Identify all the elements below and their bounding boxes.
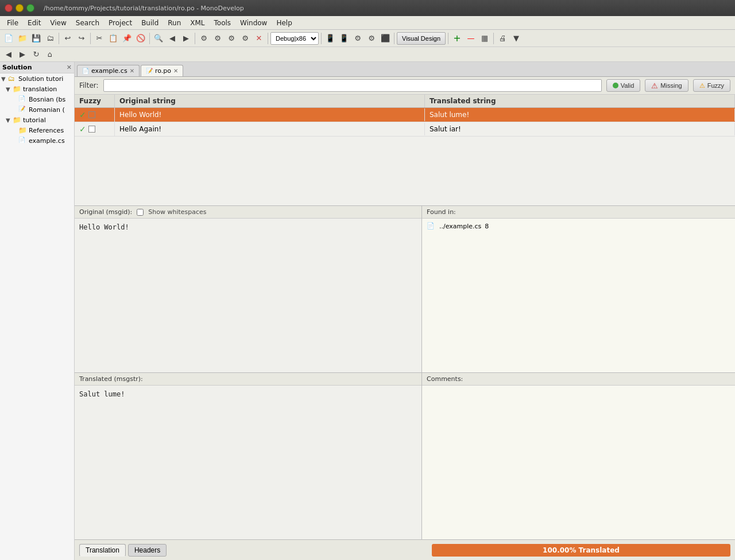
device-icon3[interactable]: ⚙ <box>351 32 364 45</box>
more-icon[interactable]: ▼ <box>510 32 523 45</box>
translation-tab-button[interactable]: Translation <box>79 544 126 557</box>
sep3 <box>149 33 150 44</box>
toolbar-main: 📄 📁 💾 🗂 ↩ ↪ ✂ 📋 📌 🚫 🔍 ◀ ▶ ⚙ ⚙ ⚙ ⚙ ✕ Debu… <box>0 30 735 47</box>
sidebar-close-button[interactable]: ✕ <box>67 64 72 71</box>
fuzzy-label: Fuzzy <box>707 82 724 89</box>
menu-edit[interactable]: Edit <box>23 18 45 28</box>
open-button[interactable]: 📁 <box>16 32 29 45</box>
menu-project[interactable]: Project <box>104 18 137 28</box>
sep8 <box>448 33 448 44</box>
device-icon4[interactable]: ⚙ <box>365 32 378 45</box>
forward-button[interactable]: ▶ <box>16 48 29 61</box>
stop-run[interactable]: ⬛ <box>379 32 392 45</box>
tree-item-translation[interactable]: ▼ 📁 translation <box>0 84 74 94</box>
table-row[interactable]: ✓ Hello Again! Salut iar! <box>75 122 735 137</box>
translated-textarea[interactable]: Salut lume! <box>75 386 421 539</box>
menu-help[interactable]: Help <box>272 18 296 28</box>
middle-row: Original (msgid): Show whitespaces Hello… <box>75 205 735 372</box>
menu-search[interactable]: Search <box>71 18 104 28</box>
original-panel: Original (msgid): Show whitespaces Hello… <box>75 206 422 372</box>
new-button[interactable]: 📄 <box>2 32 15 45</box>
close-button[interactable] <box>5 4 13 12</box>
toolbar-icon4[interactable]: ⚙ <box>239 32 252 45</box>
toolbar-icon3[interactable]: ⚙ <box>225 32 238 45</box>
tree-item-references[interactable]: 📁 References <box>0 125 74 135</box>
tree-item-romanian[interactable]: 📝 Romanian ( <box>0 104 74 115</box>
tab-ro-po-close[interactable]: ✕ <box>173 68 178 74</box>
device-icon2[interactable]: 📱 <box>338 32 350 45</box>
layout-icon[interactable]: ▦ <box>478 32 491 45</box>
toolbar-icon2[interactable]: ⚙ <box>211 32 224 45</box>
valid-dot-icon <box>613 83 618 88</box>
titlebar: /home/tommy/Projects/tutorial/translatio… <box>0 0 735 16</box>
menu-run[interactable]: Run <box>163 18 185 28</box>
tab-ro-po-label: ro.po <box>155 67 171 75</box>
toolbar-icon1[interactable]: ⚙ <box>198 32 210 45</box>
visual-design-button[interactable]: Visual Design <box>397 32 446 45</box>
sidebar-header: Solution ✕ <box>0 62 74 73</box>
tutorial-label: tutorial <box>23 116 46 124</box>
tree-item-solution[interactable]: ▼ 🗂 Solution tutori <box>0 73 74 84</box>
menu-tools[interactable]: Tools <box>210 18 236 28</box>
menu-xml[interactable]: XML <box>185 18 209 28</box>
tab-example-cs[interactable]: 📄 example.cs ✕ <box>77 65 140 76</box>
missing-filter-button[interactable]: ⚠ Missing <box>645 79 688 92</box>
publish-icon[interactable]: 🖨 <box>496 32 509 45</box>
show-whitespaces-checkbox[interactable] <box>137 209 144 216</box>
sep5 <box>268 33 268 44</box>
headers-tab-button[interactable]: Headers <box>128 544 167 557</box>
reload-button[interactable]: ↻ <box>30 48 42 61</box>
solution-icon: 🗂 <box>8 75 17 83</box>
home-button[interactable]: ⌂ <box>44 48 56 61</box>
fuzzy-checkbox-1[interactable] <box>88 111 95 118</box>
save-button[interactable]: 💾 <box>30 32 42 45</box>
tree-item-tutorial[interactable]: ▼ 📁 tutorial <box>0 115 74 125</box>
tab-ro-po[interactable]: 📝 ro.po ✕ <box>141 65 183 76</box>
tree-item-bosnian[interactable]: 📄 Bosnian (bs <box>0 94 74 104</box>
minimize-button[interactable] <box>16 4 24 12</box>
table-row[interactable]: ✓ Hello World! Salut lume! <box>75 108 735 122</box>
find-next[interactable]: ▶ <box>180 32 192 45</box>
found-label: Found in: <box>422 206 735 219</box>
menu-window[interactable]: Window <box>235 18 272 28</box>
paste-button[interactable]: 📌 <box>121 32 133 45</box>
maximize-button[interactable] <box>26 4 34 12</box>
delete-button[interactable]: 🚫 <box>134 32 147 45</box>
config-select[interactable]: Debug|x86 <box>270 32 319 45</box>
save-all-button[interactable]: 🗂 <box>44 32 56 45</box>
stop-button[interactable]: ✕ <box>253 32 265 45</box>
device-icon1[interactable]: 📱 <box>324 32 336 45</box>
toggle-solution: ▼ <box>1 76 8 82</box>
sep2 <box>90 33 91 44</box>
fuzzy-filter-button[interactable]: ⚠ Fuzzy <box>693 79 730 92</box>
cut-button[interactable]: ✂ <box>93 32 106 45</box>
search-icon[interactable]: 🔍 <box>152 32 165 45</box>
menu-file[interactable]: File <box>2 18 23 28</box>
references-label: References <box>29 127 64 134</box>
found-file-icon: 📄 <box>427 222 436 230</box>
back-button[interactable]: ◀ <box>2 48 15 61</box>
menu-build[interactable]: Build <box>137 18 163 28</box>
filter-bar: Filter: Valid ⚠ Missing ⚠ Fuzzy <box>75 77 735 95</box>
fuzzy-checkbox-2[interactable] <box>88 126 95 133</box>
menu-view[interactable]: View <box>45 18 71 28</box>
redo-button[interactable]: ↪ <box>75 32 88 45</box>
found-panel: Found in: 📄 ../example.cs 8 <box>422 206 735 372</box>
tab-example-cs-close[interactable]: ✕ <box>130 68 134 74</box>
remove-icon[interactable]: — <box>465 32 477 45</box>
comments-panel: Comments: <box>422 373 735 539</box>
tree-item-example-cs[interactable]: 📄 example.cs <box>0 135 74 146</box>
filter-input[interactable] <box>103 79 602 92</box>
original-textarea[interactable]: Hello World! <box>75 219 421 372</box>
th-translated: Translated string <box>425 95 735 107</box>
find-prev[interactable]: ◀ <box>166 32 179 45</box>
bottom-row: Translated (msgstr): Salut lume! Comment… <box>75 372 735 539</box>
found-item: 📄 ../example.cs 8 <box>427 222 730 230</box>
valid-check-icon-2: ✓ <box>79 125 86 134</box>
solution-label: Solution tutori <box>18 75 63 83</box>
valid-filter-button[interactable]: Valid <box>606 79 641 92</box>
undo-button[interactable]: ↩ <box>61 32 74 45</box>
add-icon[interactable]: + <box>451 32 463 45</box>
copy-button[interactable]: 📋 <box>107 32 119 45</box>
td-translated-1: Salut lume! <box>425 108 735 121</box>
